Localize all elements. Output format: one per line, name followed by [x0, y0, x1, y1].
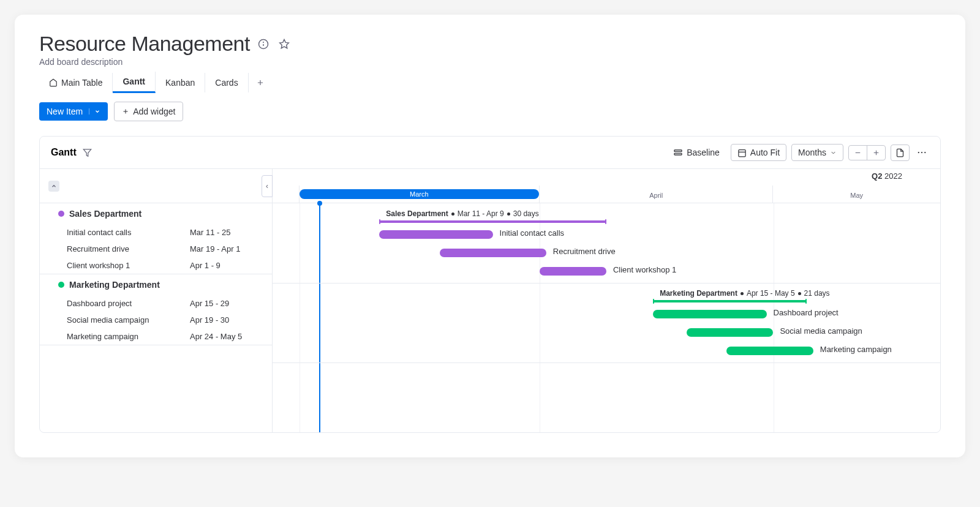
task-row[interactable]: Client workshop 1 Apr 1 - 9 [40, 257, 272, 274]
scale-select[interactable]: Months [791, 144, 843, 161]
zoom-out-button[interactable] [849, 146, 867, 160]
gantt-controls: Baseline Auto Fit Months [667, 144, 929, 161]
svg-rect-10 [674, 153, 682, 155]
task-dates: Mar 19 - Apr 1 [190, 244, 263, 254]
add-view-button[interactable] [249, 73, 272, 92]
group-color-icon [58, 211, 64, 217]
task-bar-label: Initial contact calls [500, 228, 565, 238]
task-name: Recruitment drive [67, 244, 190, 254]
new-item-label: New Item [47, 107, 83, 116]
quarter-label: Q2 2022 [872, 171, 902, 181]
tab-gantt[interactable]: Gantt [113, 72, 156, 93]
board-card: Resource Management Add board descriptio… [15, 15, 965, 457]
task-dates: Apr 19 - 30 [190, 315, 263, 325]
group-bar[interactable] [653, 300, 807, 302]
svg-point-2 [263, 42, 264, 42]
group-header-marketing[interactable]: Marketing Department [40, 274, 272, 295]
baseline-button[interactable]: Baseline [667, 145, 726, 160]
chevron-down-icon [89, 108, 100, 115]
task-dates: Apr 15 - 29 [190, 299, 263, 308]
gantt-chart[interactable]: Q2 2022 March April May [273, 169, 940, 432]
zoom-group [848, 145, 886, 160]
board-header: Resource Management Add board descriptio… [15, 32, 965, 93]
group-name: Sales Department [69, 209, 141, 219]
month-label: April [649, 192, 663, 199]
task-bar[interactable] [540, 267, 606, 276]
svg-rect-9 [674, 150, 682, 152]
task-bar-label: Client workshop 1 [613, 265, 676, 274]
task-row[interactable]: Initial contact calls Mar 11 - 25 [40, 224, 272, 241]
task-row[interactable]: Dashboard project Apr 15 - 29 [40, 295, 272, 312]
timeline-header: Q2 2022 March April May [273, 169, 940, 203]
group-name: Marketing Department [69, 280, 160, 290]
svg-marker-3 [279, 39, 288, 48]
gantt-toolbar: Gantt Baseline Auto Fit [40, 137, 940, 168]
svg-point-17 [921, 152, 922, 153]
gantt-side-panel: ‹ Sales Department Initial contact calls… [40, 169, 273, 432]
side-header: ‹ [40, 169, 272, 203]
auto-fit-button[interactable]: Auto Fit [731, 144, 786, 161]
group-header-sales[interactable]: Sales Department [40, 203, 272, 224]
tab-label: Gantt [123, 77, 145, 86]
zoom-in-button[interactable] [867, 146, 885, 160]
task-row[interactable]: Marketing campaign Apr 24 - May 5 [40, 328, 272, 345]
task-bar-label: Social media campaign [780, 326, 862, 336]
more-icon[interactable] [914, 144, 929, 161]
scale-label: Months [798, 148, 826, 157]
group-bar-label: Sales DepartmentMar 11 - Apr 930 days [386, 209, 538, 218]
task-bar-label: Dashboard project [774, 308, 839, 317]
task-dates: Apr 1 - 9 [190, 261, 263, 270]
month-label: March [410, 190, 429, 198]
board-title: Resource Management [39, 32, 250, 56]
today-line [319, 203, 320, 432]
info-icon[interactable] [256, 37, 271, 51]
new-item-button[interactable]: New Item [39, 102, 108, 121]
export-button[interactable] [891, 145, 910, 161]
task-bar-label: Marketing campaign [820, 345, 892, 354]
add-widget-label: Add widget [133, 107, 175, 116]
group-bar-label: Marketing DepartmentApr 15 - May 521 day… [660, 289, 829, 298]
gantt-title: Gantt [51, 147, 77, 158]
calendar-icon [737, 148, 747, 157]
svg-rect-11 [739, 149, 745, 156]
task-row[interactable]: Recruitment drive Mar 19 - Apr 1 [40, 241, 272, 257]
tab-cards[interactable]: Cards [205, 73, 248, 92]
task-bar[interactable] [379, 230, 492, 239]
chevron-down-icon [830, 149, 837, 156]
collapse-panel-button[interactable]: ‹ [262, 175, 273, 197]
baseline-icon [673, 148, 683, 157]
star-icon[interactable] [277, 37, 292, 51]
svg-point-18 [924, 152, 925, 153]
task-name: Client workshop 1 [67, 261, 190, 270]
task-bar[interactable] [687, 328, 774, 337]
task-name: Initial contact calls [67, 228, 190, 237]
svg-point-16 [918, 152, 919, 153]
view-tabs: Main Table Gantt Kanban Cards [39, 72, 941, 93]
task-bar[interactable] [726, 347, 813, 355]
board-toolbar: New Item Add widget [15, 93, 965, 130]
tab-label: Cards [215, 78, 238, 88]
board-description[interactable]: Add board description [39, 57, 941, 67]
tab-kanban[interactable]: Kanban [156, 73, 205, 92]
task-name: Dashboard project [67, 299, 190, 308]
svg-marker-8 [83, 149, 91, 156]
add-widget-button[interactable]: Add widget [114, 102, 183, 121]
tab-label: Kanban [165, 78, 195, 88]
filter-icon[interactable] [83, 148, 92, 157]
task-bar-label: Recruitment drive [553, 247, 616, 256]
collapse-all-button[interactable] [48, 181, 59, 192]
tab-main-table[interactable]: Main Table [39, 73, 113, 92]
group-bar[interactable] [379, 220, 606, 223]
home-icon [49, 78, 58, 87]
task-bar[interactable] [653, 310, 766, 318]
task-name: Social media campaign [67, 315, 190, 325]
month-label: May [850, 192, 863, 199]
task-dates: Apr 24 - May 5 [190, 332, 263, 341]
task-name: Marketing campaign [67, 332, 190, 341]
task-row[interactable]: Social media campaign Apr 19 - 30 [40, 312, 272, 328]
task-bar[interactable] [440, 249, 546, 257]
gantt-title-row: Gantt [51, 147, 92, 158]
tab-label: Main Table [61, 78, 102, 88]
baseline-label: Baseline [687, 148, 720, 157]
plus-icon [122, 108, 129, 115]
